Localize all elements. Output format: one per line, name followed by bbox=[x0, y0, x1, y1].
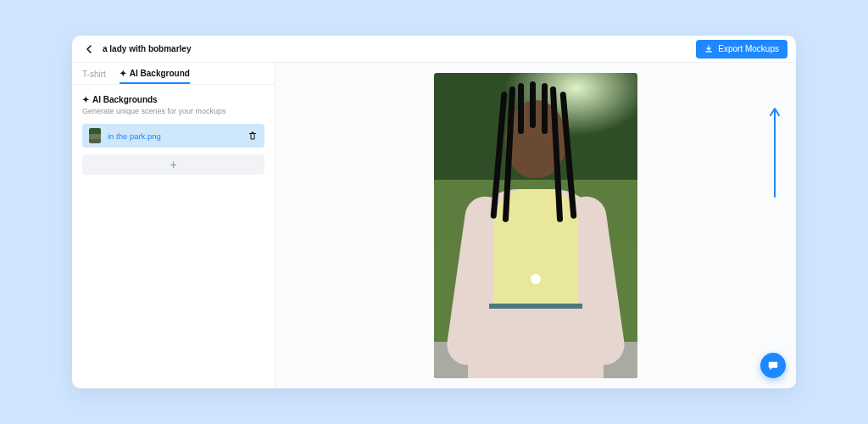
back-button[interactable] bbox=[81, 42, 96, 57]
trash-icon[interactable] bbox=[248, 131, 258, 141]
tab-ai-background[interactable]: ✦ AI Background bbox=[120, 69, 190, 84]
mockup-preview[interactable] bbox=[434, 73, 637, 378]
chevron-left-icon bbox=[86, 45, 92, 53]
canvas-area bbox=[275, 63, 796, 388]
ai-backgrounds-panel: ✦ AI Backgrounds Generate unique scenes … bbox=[72, 85, 275, 185]
panel-heading: ✦ AI Backgrounds bbox=[82, 95, 264, 104]
export-label: Export Mockups bbox=[718, 44, 779, 53]
panel-heading-text: AI Backgrounds bbox=[92, 95, 158, 104]
app-window: a lady with bobmarley Export Mockups T-s… bbox=[72, 36, 796, 388]
add-background-button[interactable]: + bbox=[82, 154, 264, 175]
page-title: a lady with bobmarley bbox=[103, 44, 191, 53]
sidebar: T-shirt ✦ AI Background ✦ AI Backgrounds… bbox=[72, 63, 275, 388]
main: T-shirt ✦ AI Background ✦ AI Backgrounds… bbox=[72, 63, 796, 388]
export-mockups-button[interactable]: Export Mockups bbox=[696, 40, 787, 59]
plus-icon: + bbox=[170, 158, 176, 171]
chat-icon bbox=[767, 360, 779, 371]
sparkle-icon: ✦ bbox=[82, 95, 89, 104]
panel-subheading: Generate unique scenes for your mockups bbox=[82, 107, 264, 115]
topbar: a lady with bobmarley Export Mockups bbox=[72, 36, 796, 63]
tabs: T-shirt ✦ AI Background bbox=[72, 63, 275, 85]
sparkle-icon: ✦ bbox=[120, 69, 126, 78]
annotation-arrow bbox=[769, 105, 781, 198]
chat-fab[interactable] bbox=[760, 353, 786, 378]
tab-ai-background-label: AI Background bbox=[130, 69, 190, 78]
background-file-name[interactable]: in the park.png bbox=[108, 131, 241, 141]
background-thumbnail bbox=[89, 128, 101, 143]
tab-tshirt[interactable]: T-shirt bbox=[82, 70, 106, 84]
download-icon bbox=[704, 45, 713, 53]
background-file-row[interactable]: in the park.png bbox=[82, 124, 264, 148]
